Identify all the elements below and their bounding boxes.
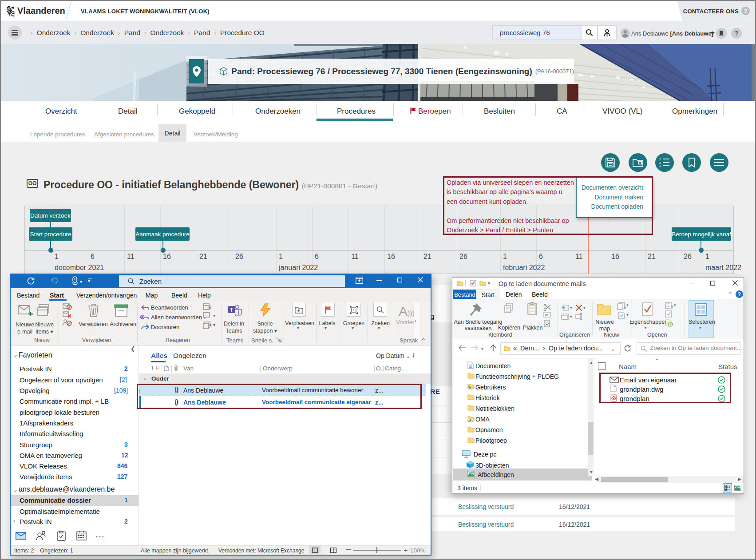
svg-text:1: 1 <box>659 158 661 161</box>
svg-text:3: 3 <box>659 164 661 167</box>
svg-text:W...: W... <box>545 313 550 317</box>
svg-text:T: T <box>230 307 234 313</box>
svg-text:···: ··· <box>205 313 208 317</box>
svg-text:2: 2 <box>659 161 661 164</box>
